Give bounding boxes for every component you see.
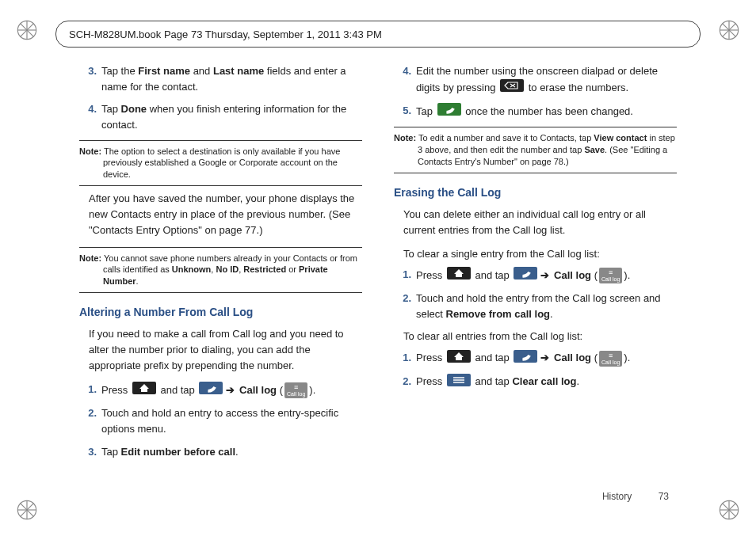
divider xyxy=(394,173,677,173)
paragraph: To clear a single entry from the Call lo… xyxy=(403,246,677,262)
call-log-icon: Call log xyxy=(284,382,307,398)
svg-rect-25 xyxy=(437,103,461,116)
step-number: 1. xyxy=(79,382,97,397)
step-number: 1. xyxy=(394,350,411,366)
page-header: SCH-M828UM.book Page 73 Thursday, Septem… xyxy=(55,21,701,48)
right-column: 4. Edit the number using the onscreen di… xyxy=(394,63,677,492)
arrow-icon: ➔ xyxy=(540,352,549,363)
step-item: 5. Tap once the number has been changed. xyxy=(416,103,677,120)
svg-rect-21 xyxy=(199,382,223,394)
step-number: 4. xyxy=(394,63,411,79)
step-number: 2. xyxy=(394,374,411,390)
step-item: 2. Press and tap Clear call log. xyxy=(416,374,677,391)
backspace-icon xyxy=(500,79,524,97)
page-body: 3. Tap the First name and Last name fiel… xyxy=(79,63,677,492)
note-text: Note: To edit a number and save it to Co… xyxy=(394,132,677,168)
step-item: 3. Tap Edit number before call. xyxy=(101,444,362,460)
divider xyxy=(79,292,362,293)
paragraph: After you have saved the number, your ph… xyxy=(89,191,362,238)
step-item: 3. Tap the First name and Last name fiel… xyxy=(101,63,362,95)
step-item: 1. Press and tap ➔ Call log (Call log). xyxy=(416,350,677,367)
step-item: 4. Tap Done when you finish entering inf… xyxy=(101,101,362,133)
footer-page-number: 73 xyxy=(659,491,669,502)
step-text: Touch and hold the entry from the Call l… xyxy=(416,292,661,320)
step-number: 2. xyxy=(394,291,411,306)
step-text: Press and tap ➔ Call log (Call log). xyxy=(416,269,630,281)
note-text: Note: You cannot save phone numbers alre… xyxy=(79,253,362,288)
arrow-icon: ➔ xyxy=(226,384,235,396)
step-number: 2. xyxy=(79,405,97,421)
step-item: 2. Touch and hold an entry to access the… xyxy=(101,405,362,437)
phone-icon xyxy=(514,350,537,367)
step-number: 4. xyxy=(79,101,97,117)
call-log-icon: Call log xyxy=(599,351,622,367)
divider xyxy=(394,127,677,127)
step-text: Tap the First name and Last name fields … xyxy=(101,65,346,93)
svg-rect-29 xyxy=(514,350,537,363)
step-number: 1. xyxy=(394,267,411,283)
step-number: 3. xyxy=(79,63,97,79)
svg-rect-27 xyxy=(514,267,537,280)
step-item: 4. Edit the number using the onscreen di… xyxy=(416,63,677,97)
divider xyxy=(79,185,362,186)
arrow-icon: ➔ xyxy=(540,269,549,281)
call-log-icon: Call log xyxy=(599,268,622,283)
left-column: 3. Tap the First name and Last name fiel… xyxy=(79,63,362,492)
note-text: Note: The option to select a destination… xyxy=(79,146,362,181)
step-text: Touch and hold an entry to access the en… xyxy=(101,407,338,435)
step-text: Tap Done when you finish entering inform… xyxy=(101,103,346,131)
paragraph: If you need to make a call from Call log… xyxy=(89,326,362,374)
menu-key-icon xyxy=(447,374,471,391)
phone-icon xyxy=(437,103,461,120)
section-heading: Altering a Number From Call Log xyxy=(79,304,362,321)
step-text: Press and tap ➔ Call log (Call log). xyxy=(416,352,630,363)
header-text: SCH-M828UM.book Page 73 Thursday, Septem… xyxy=(69,29,382,40)
step-text: Tap Edit number before call. xyxy=(101,446,239,458)
corner-mark-icon xyxy=(16,499,38,521)
step-number: 3. xyxy=(79,444,97,460)
corner-mark-icon xyxy=(16,19,38,41)
section-heading: Erasing the Call Log xyxy=(394,184,677,202)
step-number: 5. xyxy=(394,103,411,119)
divider xyxy=(79,140,362,141)
step-item: 1. Press and tap ➔ Call log (Call log). xyxy=(416,267,677,284)
step-item: 2. Touch and hold the entry from the Cal… xyxy=(416,291,677,322)
step-text: Tap once the number has been changed. xyxy=(416,105,633,117)
home-key-icon xyxy=(447,350,471,367)
corner-mark-icon xyxy=(718,19,740,41)
paragraph: To clear all entries from the Call log l… xyxy=(403,329,677,344)
phone-icon xyxy=(514,267,537,284)
footer-section: History xyxy=(602,491,632,502)
step-item: 1. Press and tap ➔ Call log (Call log). xyxy=(101,382,362,399)
home-key-icon xyxy=(132,382,156,399)
paragraph: You can delete either an individual call… xyxy=(403,207,677,238)
corner-mark-icon xyxy=(718,499,740,521)
step-text: Press and tap Clear call log. xyxy=(416,375,579,387)
home-key-icon xyxy=(447,267,471,284)
divider xyxy=(79,247,362,248)
step-text: Edit the number using the onscreen dialp… xyxy=(416,65,658,93)
phone-icon xyxy=(199,382,223,399)
page-footer: History 73 xyxy=(602,491,669,502)
step-text: Press and tap ➔ Call log (Call log). xyxy=(101,384,315,396)
